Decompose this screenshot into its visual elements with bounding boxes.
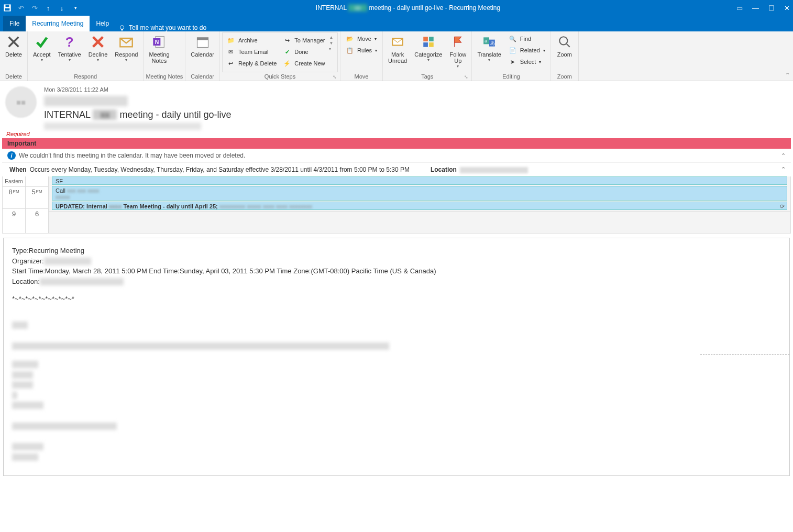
window-controls: ▭ — ☐ ✕ [736,4,790,12]
related-icon: 📄 [509,46,517,54]
group-label: Editing [474,72,548,81]
ribbon-options-icon[interactable]: ▭ [736,4,743,12]
search-icon: 🔍 [509,35,517,43]
close-icon[interactable]: ✕ [784,4,790,12]
categorize-button[interactable]: Categorize▾ [411,32,445,63]
ribbon-group-zoom: Zoom Zoom [551,31,579,81]
qs-scroll-down[interactable]: ▼ [329,41,333,46]
related-button[interactable]: 📄Related▾ [506,45,547,56]
x-icon [90,34,106,50]
qs-done[interactable]: ✔Done [281,47,327,57]
rules-button[interactable]: 📋Rules▾ [344,45,379,56]
ribbon-group-quicksteps: 📁Archive ✉Team Email ↩Reply & Delete ↪To… [220,31,340,81]
maximize-icon[interactable]: ☐ [768,4,775,12]
find-button[interactable]: 🔍Find [506,34,547,44]
tab-recurring-meeting[interactable]: Recurring Meeting [26,16,90,31]
reply-icon: ↩ [227,59,235,68]
move-icon: 📂 [346,35,354,43]
appointment-updated[interactable]: UPDATED: Internal xxxx Team Meeting - da… [52,202,787,210]
meeting-notes-button[interactable]: N Meeting Notes [146,32,172,65]
save-icon[interactable] [3,4,12,12]
mark-unread-button[interactable]: Mark Unread [385,32,410,65]
quick-access-toolbar: ↶ ↷ ↑ ↓ ▾ [3,4,80,12]
qat-customize-icon[interactable]: ▾ [71,4,80,12]
move-button[interactable]: 📂Move▾ [344,34,379,44]
tab-file[interactable]: File [3,16,26,31]
svg-rect-1 [6,5,9,7]
onenote-icon: N [151,34,168,50]
calendar-icon [194,34,211,50]
mail-icon: ✉ [227,48,235,56]
appointment-call[interactable]: Call xxx xxx xxxxxxxxx [52,186,787,201]
appointment-sf[interactable]: SF [52,176,787,185]
launcher-icon[interactable]: ⤡ [333,74,337,80]
svg-text:あ: あ [490,40,495,46]
ribbon-group-delete: Delete Delete [0,31,28,81]
decline-button[interactable]: Decline▾ [85,32,111,63]
svg-point-22 [559,37,567,45]
qs-scroll-up[interactable]: ▲ [329,35,333,40]
respond-icon [118,34,135,50]
svg-rect-17 [429,42,434,47]
tell-me-search[interactable]: Tell me what you want to do [118,24,206,31]
group-label: Calendar [188,72,217,81]
qs-reply-delete[interactable]: ↩Reply & Delete [225,58,279,69]
minimize-icon[interactable]: — [752,4,759,12]
qs-create-new[interactable]: ⚡Create New [281,58,327,69]
message-subject: INTERNAL xx meeting - daily until go-liv… [44,109,788,120]
ribbon-group-respond: Accept▾ ? Tentative▾ Decline▾ Respond▾ R… [28,31,144,81]
tentative-button[interactable]: ? Tentative▾ [55,32,84,63]
svg-text:a: a [484,38,487,43]
envelope-icon [389,34,406,50]
svg-rect-14 [423,37,428,41]
qs-team-email[interactable]: ✉Team Email [225,47,279,57]
message-body[interactable]: Type:Recurring Meeting Organizer: Start … [3,238,790,476]
select-button[interactable]: ➤Select▾ [506,57,547,67]
ribbon-group-notes: N Meeting Notes Meeting Notes [144,31,185,81]
ribbon-tabs: File Recurring Meeting Help Tell me what… [0,16,793,31]
tab-help[interactable]: Help [90,16,115,31]
up-arrow-icon[interactable]: ↑ [44,4,52,12]
meeting-not-found-banner: i We couldn't find this meeting in the c… [2,149,791,162]
resize-handle[interactable] [700,354,789,355]
folder-icon: 📁 [227,36,235,45]
info-icon: i [7,151,16,160]
forward-icon: ↪ [283,36,291,45]
accept-button[interactable]: Accept▾ [30,32,54,63]
translate-button[interactable]: aあ Translate▾ [474,32,504,63]
undo-icon[interactable]: ↶ [17,4,25,12]
svg-rect-15 [429,37,434,41]
cursor-icon: ➤ [509,58,517,66]
calendar-button[interactable]: Calendar [188,32,217,59]
check-icon: ✔ [283,48,291,56]
lightning-icon: ⚡ [283,59,291,68]
avatar: ◼◼ [5,86,37,118]
lightbulb-icon [118,24,126,31]
rules-icon: 📋 [346,46,354,54]
chevron-up-icon[interactable]: ⌃ [781,152,786,159]
tz-column-eastern: Eastern 8PM 9 [3,176,26,233]
down-arrow-icon[interactable]: ↓ [58,4,66,12]
ribbon-group-calendar: Calendar Calendar [185,31,220,81]
launcher-icon[interactable]: ⤡ [464,74,468,80]
respond-button[interactable]: Respond▾ [112,32,141,63]
follow-up-button[interactable]: Follow Up▾ [446,32,469,70]
svg-rect-2 [5,8,10,10]
svg-rect-10 [197,38,208,40]
collapse-ribbon-icon[interactable]: ⌃ [785,72,790,79]
group-label: Move [343,72,380,81]
flag-icon [449,34,466,50]
question-icon: ? [61,34,78,50]
recurring-icon: ⟳ [780,203,785,210]
zoom-button[interactable]: Zoom [553,32,576,59]
delete-button[interactable]: Delete [2,32,25,59]
chevron-up-icon[interactable]: ⌃ [781,166,786,173]
qs-to-manager[interactable]: ↪To Manager [281,35,327,46]
qs-more[interactable]: ▾ [329,47,333,51]
group-label: Delete [2,72,25,81]
delete-icon [5,34,22,50]
calendar-body[interactable]: SF Call xxx xxx xxxxxxxxx UPDATED: Inter… [49,176,790,233]
qs-archive[interactable]: 📁Archive [225,35,279,46]
important-banner: Important [2,138,791,149]
redo-icon[interactable]: ↷ [30,4,39,12]
